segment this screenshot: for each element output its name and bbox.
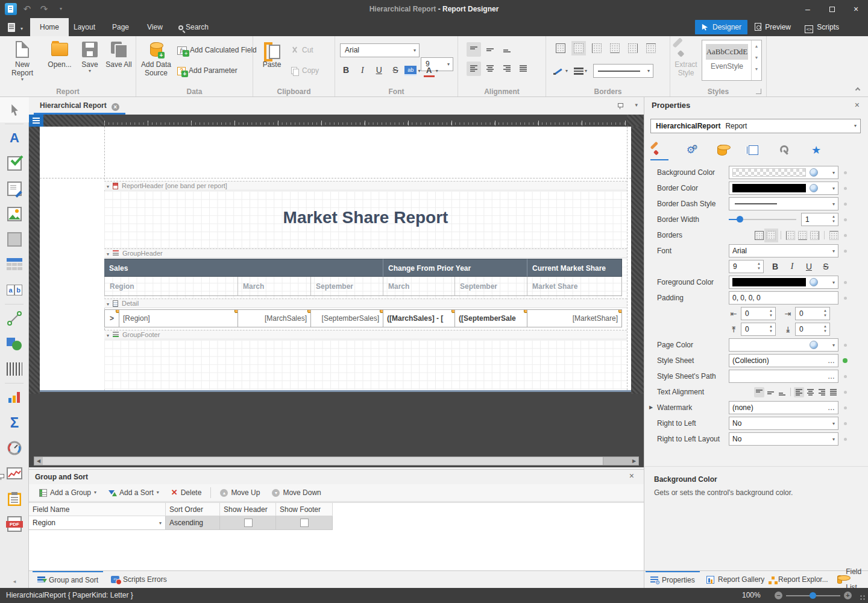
ellipsis-button[interactable]: … (828, 372, 835, 380)
tool-panel[interactable] (0, 227, 29, 252)
misc-tab[interactable] (776, 140, 794, 160)
move-up-button[interactable]: ▲Move Up (215, 485, 265, 500)
font-size-spinner[interactable]: 9▲▼ (729, 260, 764, 273)
tool-table[interactable] (0, 252, 29, 277)
add-data-source-button[interactable]: Add Data Source (139, 39, 174, 77)
ellipsis-button[interactable]: … (828, 403, 835, 412)
field-march-sales[interactable]: [MarchSales] (238, 309, 311, 327)
border-right-icon[interactable] (628, 43, 638, 53)
field-market-share[interactable]: [MarketShare] (527, 309, 622, 327)
italic-toggle[interactable]: I (787, 259, 797, 274)
align-bottom-icon[interactable] (500, 42, 514, 57)
pin-icon[interactable] (617, 103, 624, 110)
align-justify-icon[interactable] (516, 62, 530, 76)
border-none-icon[interactable] (767, 231, 776, 240)
color-picker-icon[interactable] (810, 341, 818, 349)
band-group-header[interactable]: GroupHeader (104, 248, 627, 258)
color-picker-icon[interactable] (810, 184, 818, 192)
close-button[interactable]: × (844, 0, 868, 18)
border-dash-style-editor[interactable]: ▾ (729, 197, 838, 210)
border-top-icon[interactable] (829, 231, 838, 240)
show-footer-checkbox[interactable] (300, 519, 309, 527)
font-color-caret-icon[interactable]: ▾ (436, 68, 438, 74)
new-report-button[interactable]: New Report▾ (4, 39, 41, 82)
align-right-icon[interactable] (817, 387, 827, 397)
border-top-icon[interactable] (646, 43, 656, 53)
band-collapse-icon[interactable] (107, 300, 109, 307)
band-report-header[interactable]: ReportHeader [one band per report] (104, 181, 627, 191)
zoom-out-icon[interactable]: – (775, 592, 782, 599)
color-picker-icon[interactable] (810, 168, 818, 177)
border-color-pen-icon[interactable] (553, 67, 564, 75)
align-center-icon[interactable] (483, 62, 497, 76)
document-tab-close-icon[interactable]: × (112, 103, 119, 111)
border-none-icon[interactable] (574, 43, 583, 53)
save-all-button[interactable]: Save All (102, 39, 135, 69)
report-title-label[interactable]: Market Share Report (104, 208, 627, 227)
favorites-tab[interactable]: ★ (807, 140, 825, 160)
add-calculated-field-button[interactable]: fxAdd Calculated Field (177, 43, 257, 57)
field-region[interactable]: [Region] (119, 309, 238, 327)
tab-report-explorer[interactable]: Report Explor... (767, 571, 833, 588)
field-march-change-expression[interactable]: ([MarchSales] - [ (383, 309, 455, 327)
padding-editor[interactable]: 0, 0, 0, 0 (729, 291, 838, 305)
ellipsis-button[interactable]: … (828, 356, 835, 365)
style-gallery[interactable]: AaBbCcDdE EvenStyle ▲▼▼ (702, 40, 762, 81)
tool-barcode[interactable] (0, 356, 29, 382)
zoom-in-icon[interactable]: + (844, 592, 852, 599)
underline-button[interactable]: U (372, 63, 386, 77)
column-show-footer[interactable]: Show Footer (276, 503, 333, 516)
tool-pointer[interactable] (0, 97, 29, 122)
maximize-button[interactable] (820, 0, 844, 18)
appearance-tab[interactable] (650, 140, 668, 160)
column-header-march2[interactable]: March (383, 277, 455, 296)
add-sort-button[interactable]: Add a Sort▾ (103, 485, 165, 500)
detail-expand-cell[interactable] (104, 309, 119, 327)
tool-pdf-content[interactable]: PDF (0, 511, 29, 537)
designer-mode-button[interactable]: Designer (695, 20, 747, 34)
tool-character-comb[interactable]: ab (0, 277, 29, 303)
align-bottom-icon[interactable] (777, 387, 787, 397)
tool-line[interactable] (0, 306, 29, 331)
open-button[interactable]: Open... (43, 39, 76, 69)
column-sort-order[interactable]: Sort Order (166, 503, 220, 516)
align-center-icon[interactable] (805, 387, 816, 397)
border-left-icon[interactable] (786, 231, 795, 240)
scroll-left-icon[interactable]: ◀ (34, 457, 43, 465)
tool-label[interactable]: A (0, 125, 29, 151)
font-family-editor[interactable]: Arial▾ (729, 244, 838, 257)
style-sample[interactable]: AaBbCcDdE (706, 44, 748, 60)
group-footer-band-content[interactable] (104, 340, 627, 390)
align-left-icon[interactable] (794, 387, 804, 397)
border-bottom-icon[interactable] (798, 231, 807, 240)
scroll-right-icon[interactable]: ▶ (630, 457, 638, 465)
scripts-mode-button[interactable]: <>Scripts (799, 20, 845, 34)
tab-search[interactable]: Search (169, 18, 218, 36)
combo-caret-icon[interactable]: ▾ (159, 516, 162, 530)
extract-style-button[interactable]: Extract Style (671, 39, 700, 77)
align-middle-icon[interactable] (766, 387, 776, 397)
align-middle-icon[interactable] (483, 42, 497, 57)
padding-right-spinner[interactable]: 0▲▼ (795, 307, 830, 320)
italic-button[interactable]: I (355, 63, 370, 78)
tab-view[interactable]: View (137, 18, 172, 36)
tool-gauge[interactable] (0, 435, 29, 461)
table-header-sales[interactable]: Sales (104, 259, 383, 277)
underline-toggle[interactable]: U (804, 259, 814, 274)
cut-button[interactable]: Cut (291, 43, 313, 57)
application-menu-button[interactable]: ▾ (6, 21, 24, 34)
field-september-sales[interactable]: [SeptemberSales] (311, 309, 383, 327)
add-group-button[interactable]: Add a Group▾ (34, 485, 102, 500)
paste-button[interactable]: Paste (258, 39, 286, 69)
column-header-region[interactable]: Region (104, 277, 238, 296)
tab-group-and-sort[interactable]: Group and Sort (33, 571, 103, 588)
table-header-market-share[interactable]: Current Market Share (527, 259, 622, 277)
border-line-style-combo[interactable]: ▾ (593, 64, 653, 78)
object-selector-combo[interactable]: HierarchicalReportReport ▾ (650, 119, 861, 133)
border-all-icon[interactable] (755, 231, 764, 240)
panel-close-icon[interactable] (855, 100, 860, 110)
tool-picture-box[interactable] (0, 201, 29, 227)
expander-icon[interactable]: ▶ (649, 405, 653, 410)
style-gallery-scroll[interactable]: ▲▼▼ (751, 40, 761, 80)
padding-left-spinner[interactable]: 0▲▼ (741, 307, 776, 320)
